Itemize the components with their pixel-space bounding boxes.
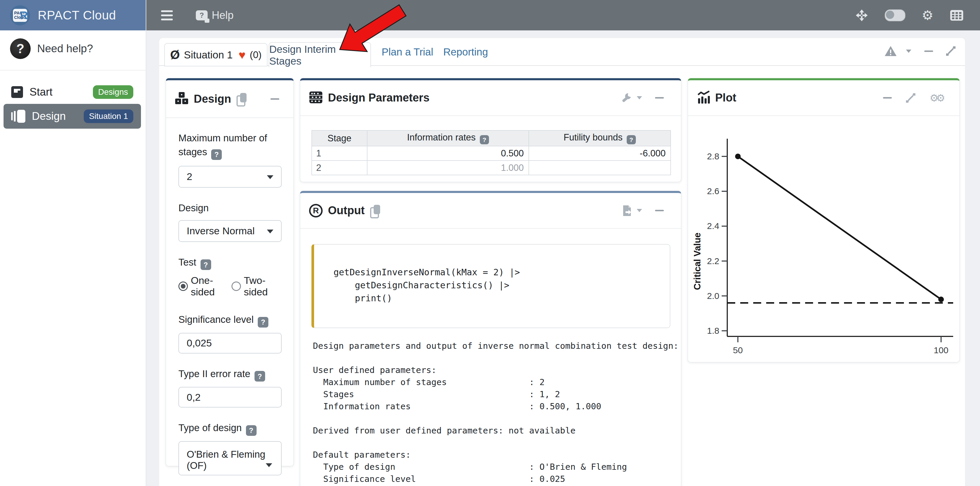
significance-label: Significance level	[178, 312, 281, 328]
sidebar-item-label: Start	[30, 86, 52, 98]
svg-text:1.8: 1.8	[707, 326, 719, 336]
fullscreen-icon[interactable]	[855, 9, 868, 22]
heart-icon[interactable]: ♥	[239, 49, 246, 61]
type2-error-label: Type II error rate	[178, 367, 281, 382]
warning-dropdown-caret[interactable]	[906, 49, 911, 53]
plot-expand-icon[interactable]	[905, 92, 916, 104]
stage-cell: 1	[312, 146, 367, 161]
r-output-text: Design parameters and output of inverse …	[313, 340, 679, 485]
critical-value-chart: 1.82.02.22.42.62.850100Critical ValueSam…	[690, 121, 958, 363]
help-icon[interactable]	[480, 135, 489, 144]
svg-text:2.2: 2.2	[707, 256, 719, 266]
max-stages-select[interactable]: 2	[178, 166, 282, 188]
help-label: Help	[212, 9, 234, 22]
wrench-dropdown-caret[interactable]	[637, 96, 642, 99]
svg-text:2.6: 2.6	[707, 186, 719, 196]
svg-text:100: 100	[934, 345, 948, 355]
help-bubble-icon: ?	[196, 10, 208, 20]
table-row: 2 1.000	[312, 161, 671, 175]
type-of-design-select[interactable]: O'Brien & Fleming (OF)	[178, 441, 282, 475]
export-dropdown-caret[interactable]	[637, 209, 642, 212]
situation-label: Situation 1	[184, 49, 233, 61]
parameters-collapse-button[interactable]	[655, 97, 664, 99]
help-icon[interactable]	[627, 135, 636, 144]
information-rate-cell[interactable]: 0.500	[367, 146, 529, 161]
grid-apps-icon[interactable]	[950, 10, 964, 21]
output-panel-title: Output	[328, 204, 365, 217]
help-icon[interactable]	[258, 317, 268, 328]
design-parameters-table: Stage Information rates Futility bounds …	[312, 130, 671, 175]
futility-bounds-header: Futility bounds	[529, 131, 671, 146]
export-file-icon[interactable]	[622, 205, 632, 217]
wrench-icon[interactable]	[621, 92, 632, 104]
collapse-all-button[interactable]	[924, 51, 933, 52]
tab-reporting[interactable]: Reporting	[443, 38, 488, 66]
plot-collapse-button[interactable]	[883, 97, 892, 99]
warning-icon[interactable]	[884, 45, 897, 57]
situation-badge: Situation 1	[84, 110, 133, 123]
design-select[interactable]: Inverse Normal	[178, 220, 282, 242]
r-code[interactable]: getDesignInverseNormal(kMax = 2) |> getD…	[314, 245, 670, 305]
rpact-logo[interactable]: R PACTCloud	[10, 5, 30, 25]
significance-input[interactable]: 0,025	[178, 333, 282, 354]
chevron-down-icon	[267, 229, 274, 233]
help-icon[interactable]	[255, 371, 265, 382]
table-header-row: Stage Information rates Futility bounds	[312, 131, 671, 146]
svg-text:50: 50	[733, 345, 743, 355]
svg-text:Critical Value: Critical Value	[692, 233, 703, 290]
sidebar-item-design[interactable]: Design Situation 1	[3, 104, 141, 129]
information-rates-header: Information rates	[367, 131, 529, 146]
chevron-down-icon	[267, 175, 274, 179]
design-collapse-button[interactable]	[270, 98, 279, 100]
help-icon[interactable]	[211, 149, 222, 160]
design-panel-title: Design	[194, 92, 231, 105]
abacus-icon	[309, 91, 323, 105]
two-sided-radio[interactable]	[232, 282, 241, 291]
start-icon	[11, 86, 23, 98]
design-pages-icon	[11, 110, 25, 123]
designs-badge: Designs	[93, 85, 133, 99]
output-collapse-button[interactable]	[655, 210, 664, 211]
settings-gear-icon[interactable]: ⚙	[922, 9, 934, 22]
tab-situation-1[interactable]: Ø Situation 1 ♥ (0)	[164, 43, 267, 66]
help-icon[interactable]	[246, 425, 256, 436]
help-menu[interactable]: ? Help	[196, 9, 234, 22]
need-help-item[interactable]: ? Need help?	[10, 38, 93, 59]
r-logo-icon: R	[309, 204, 323, 217]
design-select-label: Design	[178, 201, 281, 215]
information-rate-cell: 1.000	[367, 161, 529, 175]
favorites-count: (0)	[250, 49, 262, 61]
app-title: RPACT Cloud	[38, 8, 116, 22]
futility-bound-cell[interactable]	[529, 161, 671, 175]
tab-design-interim-stages[interactable]: Design Interim Stages	[269, 42, 371, 67]
svg-text:2.4: 2.4	[707, 221, 719, 231]
tab-plan-a-trial[interactable]: Plan a Trial	[382, 38, 433, 66]
copy-icon[interactable]	[370, 205, 380, 217]
test-label: Test	[178, 255, 281, 270]
type2-error-input[interactable]: 0,2	[178, 387, 282, 408]
sidebar: R PACTCloud RPACT Cloud ? Need help? Sta…	[0, 0, 146, 486]
chevron-down-icon	[266, 463, 272, 467]
logo-r-letter: R	[20, 10, 28, 22]
one-sided-radio[interactable]	[178, 282, 188, 291]
copy-icon[interactable]	[237, 93, 247, 105]
sidebar-header: R PACTCloud RPACT Cloud	[0, 0, 146, 30]
r-code-block: getDesignInverseNormal(kMax = 2) |> getD…	[312, 244, 670, 328]
type-of-design-label: Type of design	[178, 421, 281, 436]
svg-text:2.0: 2.0	[707, 291, 719, 301]
plot-settings-gears-icon[interactable]: ⚙⚙	[929, 92, 943, 104]
sidebar-item-label: Design	[32, 110, 66, 123]
futility-bound-cell[interactable]: -6.000	[529, 146, 671, 161]
max-stages-label: Maximum number of stages	[178, 131, 276, 160]
table-row: 1 0.500 -6.000	[312, 146, 671, 161]
stage-cell: 2	[312, 161, 367, 175]
dark-mode-toggle[interactable]	[885, 10, 905, 21]
plot-panel: Plot ⚙⚙ 1.82.02.22.42.62.850100Critical …	[688, 78, 960, 362]
sidebar-item-start[interactable]: Start Designs	[3, 80, 141, 104]
hamburger-menu-icon[interactable]	[161, 10, 173, 20]
chart-icon	[697, 91, 710, 105]
plot-panel-title: Plot	[715, 91, 737, 104]
expand-icon[interactable]	[945, 45, 957, 57]
help-icon[interactable]	[200, 260, 211, 270]
tab-bar: Ø Situation 1 ♥ (0) Design Interim Stage…	[159, 38, 965, 66]
